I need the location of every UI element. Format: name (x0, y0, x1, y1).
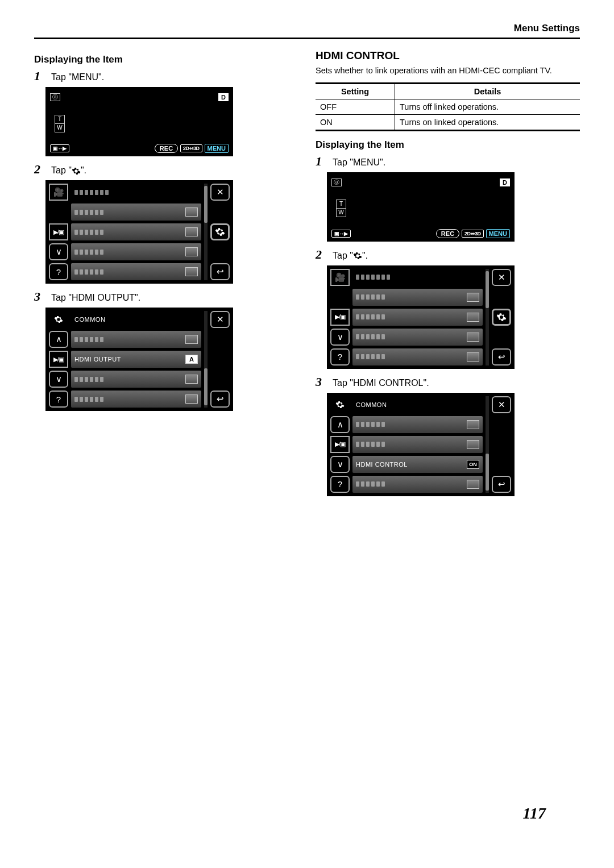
menu-item[interactable] (71, 371, 201, 388)
t: MENU (72, 72, 98, 82)
scrollbar[interactable] (204, 311, 208, 408)
t: Tap " (51, 72, 72, 82)
gear-button[interactable] (210, 223, 230, 240)
help-button[interactable]: ? (330, 348, 350, 366)
menu-item[interactable] (71, 203, 201, 221)
back-button[interactable]: ↩ (492, 476, 511, 493)
gear-icon (353, 251, 362, 260)
step-number: 1 (316, 154, 326, 169)
gear-icon (49, 311, 68, 328)
menu-item-hdmi-control[interactable]: HDMI CONTROLON (352, 456, 483, 473)
step-number: 2 (34, 162, 44, 177)
menu-item[interactable] (71, 331, 201, 348)
mode-2d3d-button[interactable]: 2D⇔3D (180, 144, 202, 152)
scrollbar[interactable] (204, 184, 208, 280)
up-button[interactable]: ∧ (49, 331, 68, 348)
menu-item[interactable] (352, 436, 483, 453)
help-button[interactable]: ? (330, 476, 350, 493)
zoom-bar[interactable]: T W (336, 200, 346, 217)
badge-a: A (185, 355, 198, 364)
video-tab-icon[interactable]: 🎥 (330, 269, 350, 286)
blurred-text (356, 275, 390, 280)
zoom-w: W (337, 209, 346, 217)
play-rec-icon[interactable]: ▣↔▶ (50, 144, 69, 152)
up-button[interactable]: ∧ (330, 416, 350, 433)
menu-item[interactable] (71, 263, 201, 280)
menu-item[interactable] (352, 289, 483, 306)
zoom-t: T (55, 115, 64, 124)
menu-item[interactable] (71, 223, 201, 240)
step-text: Tap "HDMI OUTPUT". (51, 293, 140, 303)
down-button[interactable]: ∨ (49, 371, 68, 388)
down-button[interactable]: ∨ (330, 456, 350, 473)
menu-item[interactable] (352, 348, 483, 366)
t: ". (81, 165, 86, 175)
back-button[interactable]: ↩ (210, 263, 230, 280)
play-rec-tab[interactable]: ▶/▣ (49, 223, 68, 240)
play-rec-icon[interactable]: ▣↔▶ (331, 230, 351, 238)
table-row: ON Turns on linked operations. (316, 114, 580, 130)
close-button[interactable]: ✕ (492, 269, 511, 286)
close-button[interactable]: ✕ (210, 311, 230, 328)
blurred-text (74, 190, 109, 195)
t: ". (98, 72, 104, 82)
rec-button[interactable]: REC (155, 144, 178, 153)
menu-item[interactable] (352, 329, 483, 346)
t: Tap " (333, 378, 353, 388)
t: Tap " (333, 251, 353, 260)
step-text: Tap "". (333, 251, 368, 261)
close-button[interactable]: ✕ (492, 396, 511, 413)
lcd-top-menu: 🎥 ▶/▣ ∨ ? ✕ (327, 265, 515, 369)
back-button[interactable]: ↩ (210, 391, 230, 408)
t: ". (362, 251, 368, 260)
menu-item[interactable] (71, 243, 201, 260)
play-rec-tab[interactable]: ▶/▣ (49, 351, 68, 368)
video-tab-icon[interactable]: 🎥 (49, 184, 68, 201)
auto-icon: ⓐ (331, 178, 342, 186)
left-step-2: 2 Tap "". (34, 162, 298, 177)
menu-item[interactable] (71, 391, 201, 408)
step-number: 1 (34, 69, 44, 84)
menu-button[interactable]: MENU (486, 229, 510, 238)
displaying-heading-left: Displaying the Item (34, 54, 298, 65)
menu-item-hdmi-output[interactable]: HDMI OUTPUTA (71, 351, 201, 368)
play-rec-tab[interactable]: ▶/▣ (330, 436, 350, 453)
t: Tap " (51, 293, 72, 302)
step-number: 3 (34, 289, 44, 304)
menu-button[interactable]: MENU (205, 144, 229, 153)
lcd-common-menu-left: ∧ ▶/▣ ∨ ? COMMON HDMI OUTPUTA ✕ ↩ (45, 308, 233, 411)
close-button[interactable]: ✕ (210, 184, 230, 201)
t: ". (423, 378, 429, 388)
right-step-2: 2 Tap "". (316, 247, 580, 262)
auto-icon: ⓐ (50, 93, 60, 101)
down-button[interactable]: ∨ (49, 243, 68, 260)
menu-item[interactable] (352, 309, 483, 326)
play-rec-tab[interactable]: ▶/▣ (330, 309, 350, 326)
hdmi-control-desc: Sets whether to link operations with an … (316, 65, 580, 77)
gear-button[interactable] (492, 309, 511, 326)
mode-2d3d-button[interactable]: 2D⇔3D (462, 230, 484, 238)
step-text: Tap "MENU". (333, 157, 385, 168)
displaying-heading-right: Displaying the Item (316, 139, 580, 151)
right-step-3: 3 Tap "HDMI CONTROL". (316, 375, 580, 389)
menu-item[interactable] (352, 476, 483, 493)
settings-table: Setting Details OFF Turns off linked ope… (316, 82, 580, 131)
step-text: Tap "". (51, 165, 86, 176)
down-button[interactable]: ∨ (330, 329, 350, 346)
cell: Turns off linked operations. (395, 99, 580, 114)
help-button[interactable]: ? (49, 391, 68, 408)
scrollbar[interactable] (486, 269, 489, 366)
t: HDMI CONTROL (353, 378, 424, 388)
cell: OFF (316, 99, 395, 114)
menu-item[interactable] (352, 416, 483, 433)
step-text: Tap "HDMI CONTROL". (333, 378, 429, 388)
cell: Turns on linked operations. (395, 114, 580, 130)
back-button[interactable]: ↩ (492, 348, 511, 366)
help-button[interactable]: ? (49, 263, 68, 280)
lcd-record-screen: ⓐ D T W ▣↔▶ REC 2D⇔3D MENU (327, 172, 515, 242)
t: HDMI CONTROL (356, 461, 408, 468)
rec-button[interactable]: REC (436, 229, 459, 238)
step-text: Tap "MENU". (51, 72, 104, 82)
scrollbar[interactable] (486, 396, 489, 493)
zoom-bar[interactable]: T W (55, 115, 65, 132)
